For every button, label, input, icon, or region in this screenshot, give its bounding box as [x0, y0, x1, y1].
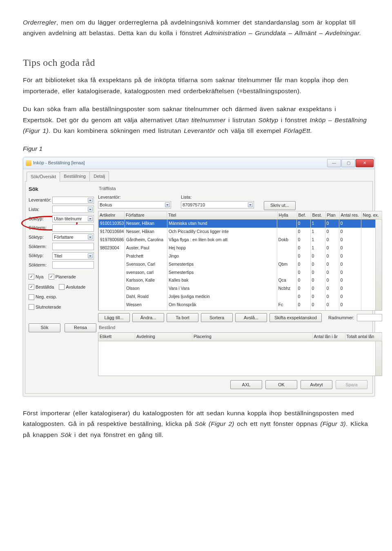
spara-button[interactable]: Spara — [336, 380, 368, 389]
input-radnummer[interactable] — [357, 314, 382, 321]
checkbox-negexsp[interactable]: Neg. exsp. — [29, 293, 57, 301]
text: i fönstret — [278, 116, 310, 123]
label-soktyp-2: Söktyp: — [29, 233, 51, 241]
window-title: Inköp - Beställning [lenaa] — [33, 159, 85, 167]
sortera-button[interactable]: Sortera — [201, 313, 233, 322]
combo-lista[interactable] — [52, 206, 94, 213]
paragraph-orderregler: Orderregler, men om du lägger orderregle… — [23, 17, 369, 39]
checkbox-avslutade[interactable]: Avslutade — [59, 283, 85, 291]
column-header[interactable]: Författare — [125, 211, 167, 220]
tab-detalj[interactable]: Detalj — [89, 171, 109, 181]
bestand-title: Bestånd — [99, 324, 382, 331]
table-row[interactable]: Karlsson, KalleKalles bakQca0000 — [99, 276, 382, 284]
paragraph-after-figure: Först importerar (eller katalogiserar) d… — [23, 408, 369, 440]
table-row[interactable]: HagelbergFarmors släktLdz0000 — [99, 309, 382, 311]
window-inkop-bestallning: Inköp - Beställning [lenaa] — ▢ ✕ Sök/Öv… — [23, 157, 375, 396]
label-lista: Lista: — [29, 206, 51, 213]
andra-button[interactable]: Ändra... — [132, 313, 164, 322]
checkbox-nya[interactable]: Nya — [29, 273, 44, 281]
checkbox-planerade[interactable]: Planerade — [49, 273, 76, 281]
column-header[interactable]: Antal lån i år — [312, 333, 345, 341]
combo-traff-lev[interactable]: Bokus — [98, 201, 171, 208]
tabort-button[interactable]: Ta bort — [167, 313, 198, 322]
text: i listrutan — [226, 116, 258, 123]
bestand-grid-header: EtikettAvdelningPlaceringAntal lån i årT… — [98, 332, 382, 341]
tab-bar: Sök/Översikt Beställning Detalj — [24, 171, 374, 181]
column-header[interactable]: Best. — [311, 211, 325, 220]
axl-button[interactable]: AXL — [230, 380, 262, 389]
table-row[interactable]: WessenOm fikonspråkFc0000 — [99, 301, 382, 309]
table-row[interactable]: OlssonVara i VaraNcbhz0000 — [99, 284, 382, 293]
ok-button[interactable]: OK — [265, 380, 297, 389]
table-row[interactable]: svensson, carlSemestertips0000 — [99, 269, 382, 277]
column-header[interactable]: Artikelnr — [98, 211, 125, 220]
column-header[interactable]: Titel — [167, 211, 278, 220]
input-sokterm-2[interactable] — [52, 243, 94, 250]
column-header[interactable]: Avdelning — [135, 333, 192, 341]
column-header[interactable]: Bef. — [297, 211, 311, 220]
column-header[interactable]: Neg. ex. — [361, 211, 382, 220]
column-header[interactable]: Antal res. — [339, 211, 361, 220]
input-sokterm-3[interactable] — [52, 261, 94, 269]
combo-leverantor[interactable] — [52, 197, 94, 204]
label-radnummer: Radnummer: — [328, 314, 354, 322]
table-row[interactable]: Dahl, RoaldJoljes ljuvliga medicin0000 — [99, 293, 382, 301]
label-sokterm-1: Sökterm: — [29, 224, 51, 232]
table-row[interactable]: 9170010684Nesser, HåkanOch Piccadilly Ci… — [99, 228, 382, 236]
label-sokterm-3: Sökterm: — [29, 261, 51, 269]
maximize-button[interactable]: ▢ — [341, 159, 355, 167]
label: Beställda — [36, 283, 54, 291]
column-header[interactable]: Hylla — [277, 211, 297, 220]
combo-soktyp-3[interactable]: Titel — [52, 252, 94, 260]
label: Nya — [36, 273, 44, 281]
table-row[interactable]: 9100110353Nesser, HåkanMänniska utan hun… — [99, 220, 382, 228]
combo-soktyp-2[interactable]: Författare — [52, 233, 94, 241]
table-row[interactable]: 9197800686Gårdheim, CarolinaVåga flyga :… — [99, 236, 382, 244]
term-forlagett: FörlagEtt. — [284, 127, 312, 134]
rensa-button[interactable]: Rensa — [65, 323, 96, 332]
skrivut-button[interactable]: Skriv ut... — [264, 201, 296, 210]
titlebar: Inköp - Beställning [lenaa] — ▢ ✕ — [23, 157, 374, 169]
paragraph-tips-1: För att biblioteket ska få exspektans på… — [23, 75, 369, 96]
column-header[interactable]: Totalt antal lån — [345, 333, 382, 341]
result-panel: Träfflista Leverantör: Bokus Lista: 8709… — [98, 185, 382, 376]
label-traff-lev: Leverantör: — [98, 193, 171, 201]
skifta-button[interactable]: Skifta exspektanskod — [270, 313, 322, 322]
text: i det nya fönstret en gång till. — [72, 431, 164, 438]
paragraph-tips-2: Du kan söka fram alla beställningsposter… — [23, 104, 369, 136]
tab-sok-oversikt[interactable]: Sök/Översikt — [27, 172, 60, 182]
checkbox-bestallda[interactable]: Beställda — [29, 283, 54, 291]
avsla-button[interactable]: Avslå... — [235, 313, 267, 322]
label-sokterm-2: Sökterm: — [29, 243, 51, 251]
heading-tips: Tips och goda råd — [23, 54, 369, 71]
path-administration: Administration – Grunddata – Allmänt – A… — [205, 29, 361, 36]
trafflista-title: Träfflista — [99, 185, 382, 193]
term-soktyp: Söktyp — [258, 116, 278, 123]
combo-traff-lista[interactable]: 870975710 — [181, 201, 254, 208]
table-row[interactable]: PratchettJingo0000 — [99, 252, 382, 260]
sok-button[interactable]: Sök — [29, 323, 60, 332]
column-header[interactable]: Placering — [192, 333, 313, 341]
term-utan-titelnummer: Utan titelnummer — [175, 116, 226, 123]
term-leverantor: Leverantör — [184, 127, 215, 134]
text: . Du kan kombinera sökningen med listrut… — [49, 127, 184, 134]
laggtill-button[interactable]: Lägg till... — [98, 313, 130, 322]
term-figur3: (Figur 3) — [320, 420, 346, 427]
table-row[interactable]: 98023004Auster, PaulHej hopp0100 — [99, 244, 382, 252]
label-traff-lista: Lista: — [181, 193, 254, 201]
column-header[interactable]: Etikett — [98, 333, 135, 341]
minimize-button[interactable]: — — [327, 159, 341, 167]
input-sokterm-1[interactable] — [52, 224, 94, 232]
tab-bestallning[interactable]: Beställning — [60, 171, 90, 181]
term-sok-figur2: Sök (Figur 2) — [195, 420, 234, 427]
label: Neg. exsp. — [36, 293, 57, 301]
result-grid[interactable]: 9100110353Nesser, HåkanMänniska utan hun… — [98, 220, 382, 311]
column-header[interactable]: Plan — [325, 211, 339, 220]
table-row[interactable]: Svensson, CarlSemestertipsQbm0000 — [99, 260, 382, 269]
combo-soktyp-1[interactable]: Utan titelnumr — [52, 215, 94, 222]
checkbox-slutnoterade[interactable]: Slutnoterade — [29, 303, 61, 311]
close-button[interactable]: ✕ — [356, 159, 374, 167]
avbryt-button[interactable]: Avbryt — [301, 380, 332, 389]
label-soktyp-3: Söktyp: — [29, 252, 51, 260]
label: Planerade — [56, 273, 76, 281]
